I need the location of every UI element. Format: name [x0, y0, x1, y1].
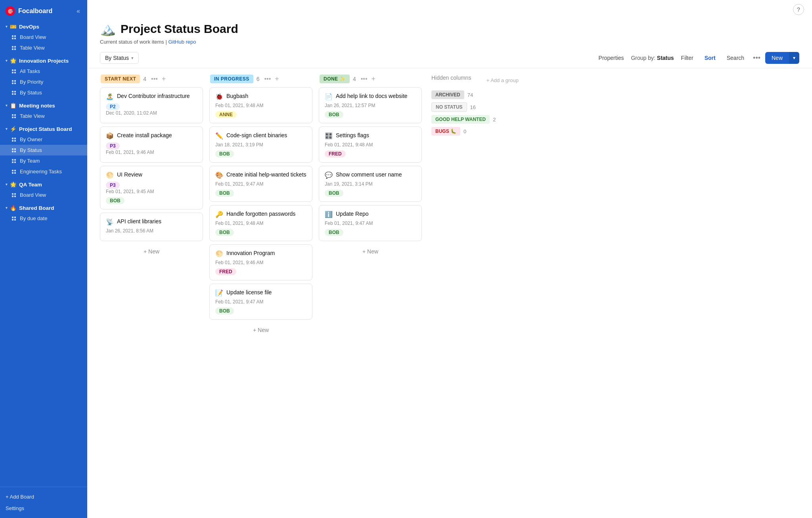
chevron-icon: ▾	[6, 182, 8, 186]
sidebar-item-label: By Status	[20, 90, 42, 96]
properties-button[interactable]: Properties	[595, 52, 628, 63]
card-create-install[interactable]: 📦 Create install package P3 Feb 01, 2021…	[100, 127, 203, 163]
sidebar-group-devops-label: DevOps	[19, 24, 39, 30]
sidebar-item-by-due-date[interactable]: By due date	[0, 213, 87, 224]
add-new-done[interactable]: + New	[319, 244, 422, 259]
sidebar-item-label: Table View	[20, 113, 45, 119]
sidebar-item-by-owner[interactable]: By Owner	[0, 134, 87, 145]
more-options-icon[interactable]: •••	[751, 54, 762, 62]
sidebar-group-projectstatus[interactable]: ▾ ⚡ Project Status Board	[0, 123, 87, 134]
chevron-icon: ▾	[6, 206, 8, 210]
github-repo-link[interactable]: GitHub repo	[168, 39, 196, 45]
board-emoji: 🏔️	[100, 21, 116, 36]
add-board-button[interactable]: + Add Board	[0, 491, 87, 503]
card-add-help-link[interactable]: 📄 Add help link to docs website Jan 26, …	[319, 87, 422, 123]
sidebar-group-qateam[interactable]: ▾ 🌟 QA Team	[0, 178, 87, 190]
card-title: Handle forgotten passwords	[226, 210, 295, 218]
card-title: Innovation Program	[226, 249, 275, 257]
sidebar-item-engineering-tasks[interactable]: Engineering Tasks	[0, 166, 87, 177]
sidebar-item-label: Board View	[20, 192, 46, 198]
card-emoji: ✏️	[215, 132, 223, 140]
sidebar-item-table-view-meeting[interactable]: Table View	[0, 111, 87, 121]
card-api-client[interactable]: 📡 API client libraries Jan 26, 2021, 8:5…	[100, 213, 203, 241]
column-done: DONE ✨ 4 ••• + 📄 Add help link to docs w…	[319, 75, 422, 259]
card-ui-review[interactable]: 🌕 UI Review P3 Feb 01, 2021, 9:45 AM BOB	[100, 166, 203, 209]
card-emoji: 📄	[325, 93, 333, 100]
sidebar-group-sharedboard[interactable]: ▾ 🔥 Shared Board	[0, 202, 87, 213]
sidebar-item-by-priority[interactable]: By Priority	[0, 77, 87, 87]
add-new-start-next[interactable]: + New	[100, 244, 203, 259]
board-columns: START NEXT 4 ••• + 🏝️ Dev Contributor in…	[100, 75, 519, 505]
sidebar-group-innovation[interactable]: ▾ 🌟 Innovation Projects	[0, 55, 87, 66]
sort-button[interactable]: Sort	[701, 52, 720, 63]
sidebar-item-by-team[interactable]: By Team	[0, 155, 87, 166]
card-update-repo[interactable]: ℹ️ Update Repo Feb 01, 2021, 9:47 AM BOB	[319, 205, 422, 241]
card-forgotten-passwords[interactable]: 🔑 Handle forgotten passwords Feb 01, 202…	[209, 205, 312, 241]
card-dev-contributor[interactable]: 🏝️ Dev Contributor infrastructure P2 Dec…	[100, 87, 203, 123]
card-emoji: 📦	[106, 132, 114, 140]
new-caret-button[interactable]: ▾	[789, 52, 799, 64]
card-bugbash[interactable]: 🐞 Bugbash Feb 01, 2021, 9:48 AM ANNE	[209, 87, 312, 123]
sidebar-group-devops[interactable]: ▾ 🎫 DevOps	[0, 21, 87, 32]
card-emoji: 🐞	[215, 93, 223, 100]
col-badge-start-next: START NEXT	[101, 75, 140, 83]
sidebar-item-by-status-psb[interactable]: By Status	[0, 145, 87, 155]
add-new-in-progress[interactable]: + New	[209, 323, 312, 337]
card-tag-bob: BOB	[325, 111, 343, 118]
col-add-icon[interactable]: +	[275, 75, 279, 83]
card-date: Feb 01, 2021, 9:45 AM	[106, 189, 197, 194]
col-menu-icon[interactable]: •••	[361, 75, 368, 82]
search-button[interactable]: Search	[723, 52, 748, 63]
goodhelp-count: 2	[493, 117, 496, 123]
card-settings-flags[interactable]: 🎛️ Settings flags Feb 01, 2021, 9:48 AM …	[319, 127, 422, 163]
sidebar-item-by-status-innovation[interactable]: By Status	[0, 87, 87, 98]
card-title-row: 📡 API client libraries	[106, 218, 197, 226]
bugs-badge: BUGS 🐛	[431, 127, 460, 136]
card-emoji: 🎛️	[325, 132, 333, 140]
card-show-comment[interactable]: 💬 Show comment user name Jan 19, 2021, 3…	[319, 166, 422, 202]
col-add-icon[interactable]: +	[372, 75, 376, 83]
sidebar-item-board-view-qa[interactable]: Board View	[0, 190, 87, 200]
col-menu-icon[interactable]: •••	[264, 75, 271, 82]
card-tag-bob: BOB	[325, 229, 343, 236]
card-emoji: 🏝️	[106, 93, 114, 100]
filter-button[interactable]: Filter	[677, 52, 697, 63]
card-emoji: ℹ️	[325, 211, 333, 218]
grid-icon	[11, 113, 17, 119]
grid-icon	[11, 69, 17, 74]
card-update-license[interactable]: 📝 Update license file Feb 01, 2021, 9:47…	[209, 284, 312, 320]
card-innovation-program[interactable]: 🌕 Innovation Program Feb 01, 2021, 9:46 …	[209, 244, 312, 280]
card-tag-p3: P3	[106, 142, 120, 150]
help-button[interactable]: ?	[793, 4, 804, 15]
card-title-row: 🔑 Handle forgotten passwords	[215, 210, 306, 218]
board-header: 🏔️ Project Status Board Current status o…	[87, 15, 812, 48]
add-group-button[interactable]: + Add a group	[486, 77, 519, 83]
card-tag-bob: BOB	[215, 190, 234, 197]
settings-button[interactable]: Settings	[0, 503, 87, 514]
card-title-row: 🏝️ Dev Contributor infrastructure	[106, 92, 197, 100]
card-codesign[interactable]: ✏️ Code-sign client binaries Jan 18, 202…	[209, 127, 312, 163]
sidebar-item-table-view-devops[interactable]: Table View	[0, 42, 87, 53]
sidebar-group-meeting[interactable]: ▾ 📋 Meeting notes	[0, 100, 87, 111]
col-menu-icon[interactable]: •••	[151, 75, 158, 82]
chevron-icon: ▾	[6, 127, 8, 131]
col-add-icon[interactable]: +	[162, 75, 166, 83]
view-selector[interactable]: By Status ▾	[100, 52, 139, 64]
sidebar-item-label: By Owner	[20, 136, 42, 142]
card-title: UI Review	[117, 171, 142, 178]
card-helpwanted[interactable]: 🎨 Create initial help-wanted tickets Feb…	[209, 166, 312, 202]
group-by-value: Status	[657, 55, 674, 61]
hidden-col-bugs: BUGS 🐛 0	[431, 127, 519, 136]
card-title: Add help link to docs website	[336, 92, 408, 100]
goodhelp-badge: GOOD HELP WANTED	[431, 115, 490, 124]
bugs-count: 0	[463, 129, 466, 134]
sidebar-section-devops: ▾ 🎫 DevOps Board View Table View	[0, 21, 87, 55]
sidebar-collapse-button[interactable]: «	[75, 7, 82, 15]
hidden-col-archived: ARCHIVED 74	[431, 90, 519, 99]
sharedboard-emoji: 🔥	[10, 205, 17, 211]
hidden-col-goodhelp: GOOD HELP WANTED 2	[431, 115, 519, 124]
card-date: Feb 01, 2021, 9:47 AM	[215, 299, 306, 305]
new-button[interactable]: New	[765, 52, 789, 64]
sidebar-item-all-tasks[interactable]: All Tasks	[0, 66, 87, 77]
sidebar-item-board-view-devops[interactable]: Board View	[0, 32, 87, 42]
